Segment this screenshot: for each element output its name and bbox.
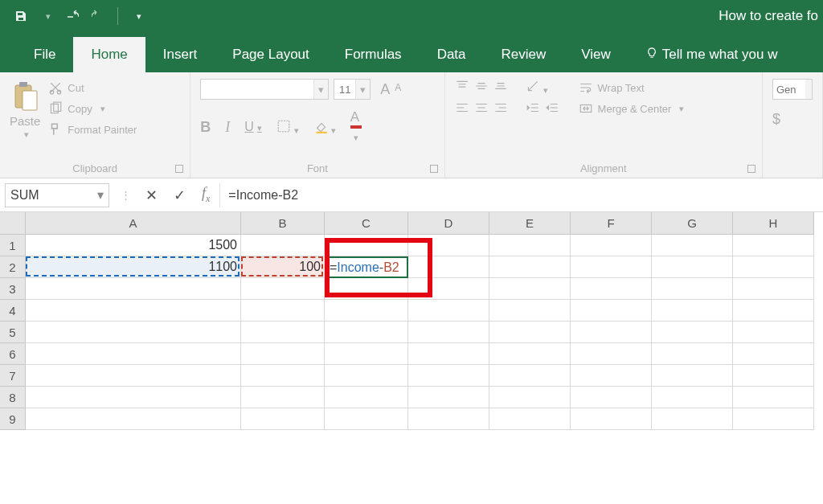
font-color-button[interactable]: A [350, 109, 362, 145]
cell[interactable] [408, 278, 489, 300]
tab-page-layout[interactable]: Page Layout [215, 37, 326, 72]
cell-C2-editing[interactable]: =Income-B2 [325, 256, 408, 278]
cancel-formula-icon[interactable]: ✕ [145, 186, 158, 204]
cell[interactable] [408, 365, 489, 387]
cell-A2[interactable]: 1100 [26, 256, 241, 278]
font-name-dd-icon[interactable]: ▾ [313, 80, 328, 99]
tab-home[interactable]: Home [73, 37, 145, 72]
tab-data[interactable]: Data [420, 37, 484, 72]
cell[interactable] [26, 343, 241, 365]
save-icon[interactable] [14, 10, 27, 23]
save-dd-icon[interactable] [40, 10, 53, 23]
undo-icon[interactable] [66, 10, 79, 23]
paste-button[interactable]: Paste [10, 79, 40, 140]
cell[interactable] [325, 278, 408, 300]
number-format-input[interactable] [773, 80, 805, 99]
number-format-box[interactable] [772, 79, 813, 100]
cell[interactable] [241, 300, 325, 322]
cell[interactable] [26, 365, 241, 387]
cell[interactable] [408, 408, 489, 430]
clipboard-dialog-launcher[interactable] [175, 165, 183, 173]
cell[interactable] [571, 365, 652, 387]
cell[interactable] [26, 300, 241, 322]
cell[interactable] [652, 300, 733, 322]
font-size-dd-icon[interactable]: ▾ [355, 80, 370, 99]
row-header[interactable]: 1 [0, 235, 26, 256]
formula-input[interactable]: =Income-B2 [219, 183, 823, 207]
cell[interactable] [652, 278, 733, 300]
row-header[interactable]: 2 [0, 256, 26, 278]
cell[interactable] [241, 343, 325, 365]
accounting-format-icon[interactable]: $ [772, 111, 780, 128]
col-header-A[interactable]: A [26, 212, 241, 235]
cell-F1[interactable] [571, 235, 652, 256]
cell-G1[interactable] [652, 235, 733, 256]
italic-button[interactable]: I [225, 119, 230, 136]
alignment-dialog-launcher[interactable] [747, 165, 755, 173]
qat-customize-icon[interactable] [131, 10, 144, 23]
col-header-D[interactable]: D [408, 212, 489, 235]
row-header[interactable]: 7 [0, 365, 26, 387]
align-right-icon[interactable] [493, 100, 508, 117]
cell[interactable] [26, 387, 241, 408]
shrink-font-icon[interactable] [395, 81, 401, 93]
wrap-text-button[interactable]: Wrap Text [579, 80, 685, 95]
font-name-input[interactable] [201, 80, 313, 99]
grow-font-icon[interactable] [380, 81, 390, 98]
cell[interactable] [571, 322, 652, 343]
name-box-dd-icon[interactable] [97, 187, 104, 203]
bold-button[interactable]: B [200, 119, 211, 136]
cell[interactable] [489, 387, 571, 408]
cell-E1[interactable] [489, 235, 571, 256]
cell[interactable] [489, 365, 571, 387]
merge-center-button[interactable]: Merge & Center [579, 101, 685, 116]
cell[interactable] [26, 408, 241, 430]
row-header[interactable]: 9 [0, 408, 26, 430]
redo-icon[interactable] [92, 10, 104, 23]
cell[interactable] [733, 343, 814, 365]
cell[interactable] [325, 408, 408, 430]
col-header-G[interactable]: G [652, 212, 733, 235]
enter-formula-icon[interactable]: ✓ [174, 186, 186, 204]
cell[interactable] [408, 343, 489, 365]
cell[interactable] [571, 387, 652, 408]
select-all-button[interactable] [0, 212, 26, 235]
cell[interactable] [652, 387, 733, 408]
tab-review[interactable]: Review [484, 37, 564, 72]
cell[interactable] [571, 343, 652, 365]
cell[interactable] [652, 408, 733, 430]
indent-increase-icon[interactable] [545, 100, 559, 117]
cell-B2[interactable]: 100 [241, 256, 325, 278]
row-header[interactable]: 6 [0, 343, 26, 365]
cell[interactable] [325, 300, 408, 322]
cell[interactable] [733, 300, 814, 322]
font-size-box[interactable]: ▾ [334, 79, 371, 100]
cell[interactable] [325, 343, 408, 365]
tab-view[interactable]: View [563, 37, 629, 72]
cell[interactable] [408, 322, 489, 343]
align-center-icon[interactable] [474, 100, 489, 117]
cell[interactable] [652, 322, 733, 343]
fill-color-button[interactable] [313, 119, 336, 136]
cell[interactable] [408, 300, 489, 322]
copy-button[interactable]: Copy [48, 101, 137, 116]
format-painter-button[interactable]: Format Painter [48, 122, 137, 137]
font-dialog-launcher[interactable] [430, 165, 438, 173]
insert-function-icon[interactable]: fx [202, 185, 210, 205]
cell[interactable] [241, 365, 325, 387]
row-header[interactable]: 8 [0, 387, 26, 408]
cell[interactable] [652, 365, 733, 387]
cell[interactable] [733, 322, 814, 343]
cell-F2[interactable] [571, 256, 652, 278]
cell[interactable] [325, 387, 408, 408]
cell-C1[interactable] [325, 235, 408, 256]
font-name-box[interactable]: ▾ [200, 79, 329, 100]
border-button[interactable] [276, 119, 299, 136]
cell[interactable] [489, 300, 571, 322]
cell-B1[interactable] [241, 235, 325, 256]
align-bottom-icon[interactable] [493, 79, 508, 96]
cell[interactable] [26, 278, 241, 300]
cell-A1[interactable]: 1500 [26, 235, 241, 256]
cell[interactable] [241, 322, 325, 343]
col-header-C[interactable]: C [325, 212, 408, 235]
